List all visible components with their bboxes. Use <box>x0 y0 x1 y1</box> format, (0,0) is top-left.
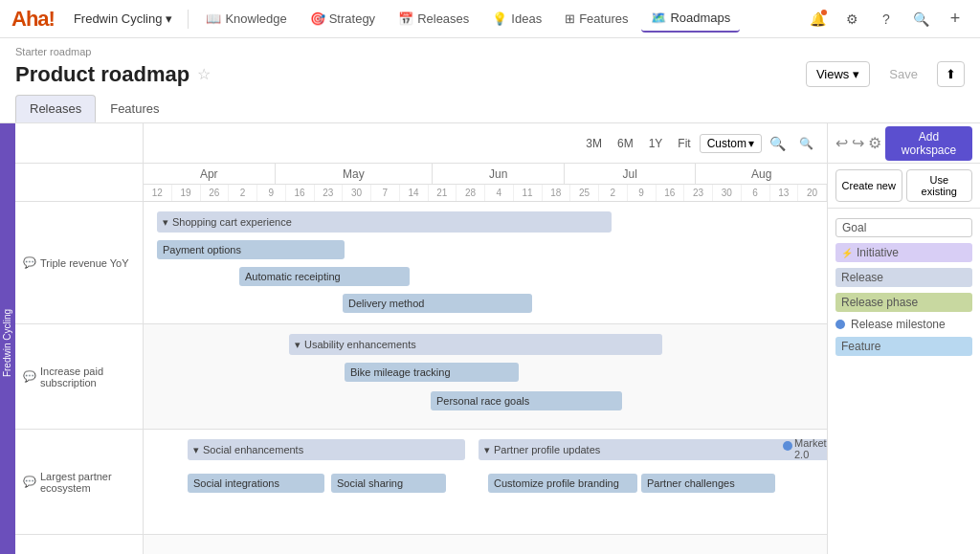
use-existing-button[interactable]: Use existing <box>906 169 973 202</box>
group-bar-social[interactable]: ▾ Social enhancements <box>188 439 465 460</box>
day-cell: 9 <box>628 185 657 201</box>
label-row-1: 💬 Triple revenue YoY <box>15 202 143 324</box>
legend-release-phase: Release phase <box>835 293 972 312</box>
feature-bar-bike-mileage[interactable]: Bike mileage tracking <box>345 363 519 382</box>
tab-releases[interactable]: Releases <box>15 95 96 122</box>
group-label-shopping-cart: Shopping cart experience <box>172 216 292 228</box>
day-cell: 23 <box>684 185 713 201</box>
day-cell: 16 <box>657 185 685 201</box>
label-row-2: 💬 Increase paid subscription <box>15 324 143 430</box>
lightbulb-icon: 💡 <box>492 11 507 26</box>
nav-releases[interactable]: 📅 Releases <box>389 6 479 32</box>
help-button[interactable]: ? <box>873 6 900 33</box>
settings-button[interactable]: ⚙ <box>838 6 865 33</box>
main-area: Fredwin Cycling 💬 Triple revenue YoY 💬 I… <box>0 123 980 554</box>
day-cell: 13 <box>770 185 799 201</box>
day-cell: 25 <box>570 185 599 201</box>
undo-icon[interactable]: ↩ <box>835 134 848 152</box>
nav-strategy[interactable]: 🎯 Strategy <box>301 6 385 32</box>
add-workspace-label: Add workspace <box>902 130 956 157</box>
legend-goal-label: Goal <box>842 221 866 234</box>
custom-label: Custom <box>707 137 746 150</box>
feature-bar-automatic-receipting[interactable]: Automatic receipting <box>239 267 410 286</box>
legend-initiative-swatch: ⚡ Initiative <box>835 243 972 262</box>
legend-milestone-dot <box>835 320 845 329</box>
group-bar-usability[interactable]: ▾ Usability enhancements <box>289 334 662 355</box>
custom-time-button[interactable]: Custom ▾ <box>700 134 762 153</box>
knowledge-icon: 📖 <box>206 11 221 26</box>
workspace-selector[interactable]: Fredwin Cycling ▾ <box>66 8 180 30</box>
zoom-out-button[interactable]: 🔍 <box>793 135 819 152</box>
group-collapse-icon: ▾ <box>163 216 168 229</box>
legend-goal-swatch: Goal <box>835 218 972 237</box>
time-fit-button[interactable]: Fit <box>671 135 697 152</box>
tab-features[interactable]: Features <box>96 95 173 122</box>
gantt-row-2: ▾ Usability enhancements Bike mileage tr… <box>144 324 827 430</box>
feature-bar-delivery-method[interactable]: Delivery method <box>343 294 532 313</box>
gantt-labels-panel: 💬 Triple revenue YoY 💬 Increase paid sub… <box>15 123 144 554</box>
group-label-usability: Usability enhancements <box>304 339 416 350</box>
create-new-button[interactable]: Create new <box>835 169 902 202</box>
nav-knowledge[interactable]: 📖 Knowledge <box>196 6 296 32</box>
legend-goal: Goal <box>835 218 972 237</box>
group-bar-shopping-cart[interactable]: ▾ Shopping cart experience <box>157 211 612 233</box>
zoom-in-button[interactable]: 🔍 <box>764 134 791 153</box>
month-jul: Jul <box>565 164 697 184</box>
feature-bar-social-integrations[interactable]: Social integrations <box>188 474 324 493</box>
time-3m-button[interactable]: 3M <box>579 135 609 152</box>
time-1y-button[interactable]: 1Y <box>642 135 670 152</box>
legend-initiative: ⚡ Initiative <box>835 243 972 262</box>
initiative-icon: ⚡ <box>841 248 853 258</box>
views-button[interactable]: Views ▾ <box>806 61 870 87</box>
nav-roadmaps[interactable]: 🗺️ Roadmaps <box>641 5 740 33</box>
feature-bar-partner-challenges[interactable]: Partner challenges <box>641 474 775 493</box>
workspace-action-row: Create new Use existing <box>828 164 980 209</box>
day-cell: 4 <box>485 185 514 201</box>
time-6m-button[interactable]: 6M <box>611 135 640 152</box>
feature-label-automatic-receipting: Automatic receipting <box>245 271 341 282</box>
tab-releases-label: Releases <box>30 101 81 116</box>
day-cell: 28 <box>457 185 485 201</box>
add-workspace-button[interactable]: Add workspace <box>885 126 972 161</box>
nav-ideas[interactable]: 💡 Ideas <box>482 6 551 32</box>
label-row-3-text: Largest partner ecosystem <box>40 471 135 494</box>
feature-bar-customize-profile[interactable]: Customize profile branding <box>488 474 637 493</box>
day-cell: 2 <box>229 185 257 201</box>
nav-ideas-label: Ideas <box>511 11 542 26</box>
group-bar-partner[interactable]: ▾ Partner profile updates <box>479 439 827 460</box>
group-label-partner: Partner profile updates <box>494 444 600 455</box>
create-new-label: Create new <box>842 180 896 191</box>
legend-release-phase-label: Release phase <box>841 296 918 309</box>
legend-release-milestone: Release milestone <box>835 318 972 331</box>
breadcrumb: Starter roadmap <box>15 46 965 57</box>
feature-label-delivery-method: Delivery method <box>348 298 424 309</box>
legend-initiative-label: Initiative <box>857 246 899 259</box>
social-collapse-icon: ▾ <box>193 444 199 456</box>
save-button[interactable]: Save <box>878 62 929 86</box>
legend-feature: Feature <box>835 337 972 356</box>
chat-icon-1: 💬 <box>23 256 36 269</box>
label-row-1-text: Triple revenue YoY <box>40 257 129 269</box>
favorite-star-icon[interactable]: ☆ <box>197 65 211 83</box>
settings-icon[interactable]: ⚙ <box>868 134 881 152</box>
feature-bar-payment-options[interactable]: Payment options <box>157 240 345 259</box>
app-logo: Aha! <box>11 7 55 32</box>
legend-feature-label: Feature <box>841 340 880 353</box>
nav-features[interactable]: ⊞ Features <box>555 6 637 32</box>
feature-label-bike-mileage: Bike mileage tracking <box>350 366 451 378</box>
day-cell: 30 <box>343 185 371 201</box>
tab-row: Releases Features <box>15 95 965 122</box>
export-button[interactable]: ⬆ <box>937 61 965 87</box>
notifications-button[interactable]: 🔔 <box>804 6 831 33</box>
redo-icon[interactable]: ↪ <box>852 134 864 152</box>
feature-bar-social-sharing[interactable]: Social sharing <box>331 474 446 493</box>
feature-label-social-integrations: Social integrations <box>193 477 279 489</box>
chat-icon-3: 💬 <box>23 476 36 488</box>
search-button[interactable]: 🔍 <box>907 6 934 33</box>
day-cell: 23 <box>315 185 344 201</box>
add-button[interactable]: + <box>942 6 969 33</box>
roadmap-icon: 🗺️ <box>651 11 666 25</box>
feature-bar-personal-race[interactable]: Personal race goals <box>431 391 622 410</box>
partner-collapse-icon: ▾ <box>484 444 490 456</box>
tab-features-label: Features <box>110 101 159 116</box>
